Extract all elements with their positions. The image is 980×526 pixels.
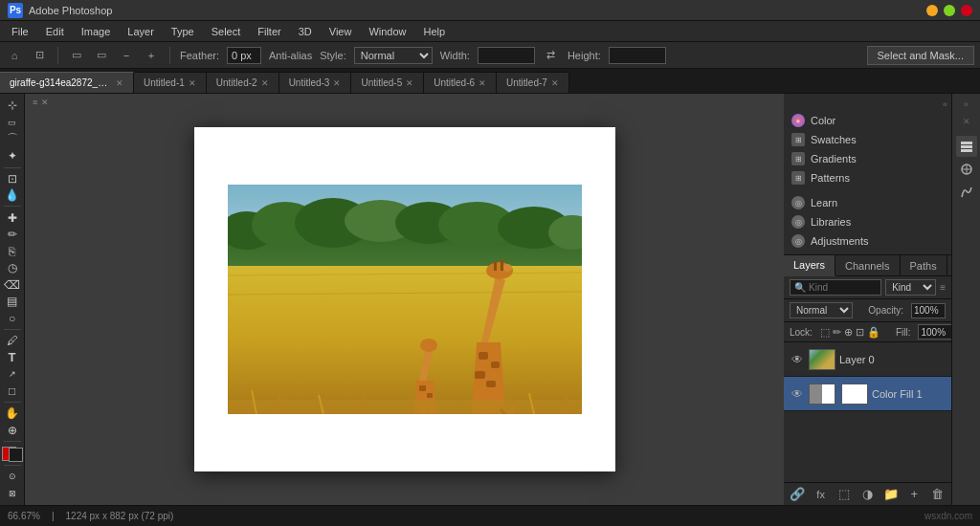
add-mask-button[interactable]: ⬚: [836, 486, 852, 503]
delete-layer-button[interactable]: 🗑: [930, 486, 946, 503]
add-adjustment-button[interactable]: ◑: [859, 486, 875, 503]
eyedropper-tool[interactable]: 💧: [2, 187, 23, 204]
gradients-panel-row[interactable]: ⊞ Gradients: [784, 149, 951, 168]
menu-window[interactable]: Window: [361, 24, 413, 39]
move-tool[interactable]: ⊹: [2, 98, 23, 114]
layers-search-box[interactable]: 🔍: [790, 279, 881, 296]
menu-3d[interactable]: 3D: [291, 24, 320, 39]
pen-tool[interactable]: 🖊: [2, 333, 23, 349]
height-input[interactable]: [609, 47, 666, 64]
menu-image[interactable]: Image: [74, 24, 119, 39]
color-swatch[interactable]: [2, 447, 23, 463]
menu-file[interactable]: File: [4, 24, 36, 39]
panel-close-icon[interactable]: ✕: [41, 98, 49, 107]
tab-untitled-5[interactable]: Untitled-5 ✕: [351, 72, 424, 93]
tab-untitled-7[interactable]: Untitled-7 ✕: [497, 72, 569, 93]
minimize-button[interactable]: [926, 5, 938, 16]
menu-layer[interactable]: Layer: [120, 24, 162, 39]
eraser-tool[interactable]: ⌫: [2, 276, 23, 293]
patterns-panel-row[interactable]: ⊞ Patterns: [784, 168, 951, 187]
tab-untitled-6[interactable]: Untitled-6 ✕: [424, 72, 497, 93]
panel-top-arrows[interactable]: «: [784, 98, 951, 111]
healing-tool[interactable]: ✚: [2, 209, 23, 226]
layer-item[interactable]: 👁 Layer 0: [784, 342, 951, 377]
feather-input[interactable]: [227, 47, 261, 64]
opacity-input[interactable]: [911, 303, 946, 318]
add-style-button[interactable]: fx: [813, 486, 828, 503]
tab-close-1[interactable]: ✕: [189, 78, 196, 88]
menu-view[interactable]: View: [322, 24, 360, 39]
tab-untitled-2[interactable]: Untitled-2 ✕: [207, 72, 279, 93]
subtract-icon[interactable]: −: [118, 47, 135, 64]
style-select[interactable]: Normal Fixed Ratio Fixed Size: [354, 47, 433, 64]
layer-item[interactable]: 👁 Color Fill 1: [784, 377, 951, 411]
tab-close-2[interactable]: ✕: [261, 78, 269, 88]
brush-tool[interactable]: ✏: [2, 227, 23, 243]
maximize-button[interactable]: [944, 5, 955, 16]
new-layer-button[interactable]: +: [906, 486, 922, 503]
new-group-button[interactable]: 📁: [883, 486, 899, 503]
layers-filter-toggle[interactable]: ≡: [940, 282, 946, 293]
history-tool[interactable]: ◷: [2, 260, 23, 276]
tab-close-5[interactable]: ✕: [406, 78, 413, 88]
layers-side-tab[interactable]: [956, 136, 977, 157]
menu-select[interactable]: Select: [204, 24, 249, 39]
menu-help[interactable]: Help: [416, 24, 454, 39]
screen-mode-btn[interactable]: ⊠: [2, 485, 23, 501]
dodge-tool[interactable]: ○: [2, 311, 23, 327]
shape-tool[interactable]: □: [2, 383, 23, 399]
new-document-icon[interactable]: ⊡: [31, 47, 48, 64]
path-select-tool[interactable]: ↗: [2, 366, 23, 383]
text-tool[interactable]: T: [2, 349, 23, 365]
window-controls[interactable]: [926, 5, 972, 16]
intersect-icon[interactable]: +: [143, 47, 160, 64]
adjustments-panel-row[interactable]: ◎ Adjustments: [784, 231, 951, 251]
gradient-tool[interactable]: ▤: [2, 294, 23, 310]
swatches-panel-row[interactable]: ⊞ Swatches: [784, 130, 951, 149]
layer-visibility-toggle[interactable]: 👁: [790, 386, 805, 402]
swap-icon[interactable]: ⇄: [543, 47, 560, 64]
select-rounded-icon[interactable]: ▭: [93, 47, 110, 64]
home-icon[interactable]: ⌂: [6, 47, 23, 64]
clone-tool[interactable]: ⎘: [2, 243, 23, 259]
tab-close-main[interactable]: ✕: [116, 78, 123, 88]
tab-channels[interactable]: Channels: [835, 255, 900, 276]
learn-panel-row[interactable]: ◎ Learn: [784, 193, 951, 212]
tab-untitled-3[interactable]: Untitled-3 ✕: [279, 72, 352, 93]
paths-side-tab[interactable]: [956, 182, 977, 203]
magic-wand-tool[interactable]: ✦: [2, 148, 23, 164]
tab-close-7[interactable]: ✕: [551, 78, 559, 88]
lock-pixels-icon[interactable]: ✏: [833, 326, 841, 339]
panel-collapse-icon[interactable]: ≡: [33, 98, 37, 107]
blend-mode-select[interactable]: Normal Multiply Screen: [790, 302, 853, 318]
lock-all-icon[interactable]: 🔒: [867, 326, 880, 339]
tab-close-6[interactable]: ✕: [479, 78, 486, 88]
fill-input[interactable]: [918, 324, 951, 340]
panel-arrow-icon2[interactable]: ✕: [961, 115, 972, 128]
tab-untitled-1[interactable]: Untitled-1 ✕: [134, 72, 207, 93]
select-rect-icon[interactable]: ▭: [68, 47, 85, 64]
lock-position-icon[interactable]: ⊕: [844, 326, 853, 339]
lock-artboard-icon[interactable]: ⊡: [856, 326, 864, 339]
tab-paths[interactable]: Paths: [901, 255, 947, 276]
lock-transparent-icon[interactable]: ⬚: [820, 326, 830, 339]
channels-side-tab[interactable]: [956, 159, 977, 180]
zoom-tool[interactable]: ⊕: [2, 422, 23, 438]
layer-visibility-toggle[interactable]: 👁: [790, 352, 805, 367]
tab-main-file[interactable]: giraffe-g314ea2872_1920.jpg @ 66.7% (Col…: [0, 72, 134, 93]
link-layers-button[interactable]: 🔗: [790, 486, 805, 503]
lasso-tool[interactable]: ⌒: [2, 131, 23, 147]
menu-type[interactable]: Type: [164, 24, 202, 39]
select-mask-button[interactable]: Select and Mask...: [867, 46, 975, 65]
libraries-panel-row[interactable]: ◎ Libraries: [784, 212, 951, 231]
tab-layers[interactable]: Layers: [784, 255, 835, 276]
close-button[interactable]: [961, 5, 972, 16]
tab-close-3[interactable]: ✕: [333, 78, 341, 88]
quick-mask-btn[interactable]: ⊙: [2, 469, 23, 485]
hand-tool[interactable]: ✋: [2, 405, 23, 422]
marquee-tool[interactable]: ▭: [2, 115, 23, 131]
panel-arrow-icon[interactable]: »: [962, 98, 970, 111]
menu-edit[interactable]: Edit: [38, 24, 72, 39]
menu-filter[interactable]: Filter: [250, 24, 288, 39]
color-panel-row[interactable]: ● Color: [784, 111, 951, 130]
